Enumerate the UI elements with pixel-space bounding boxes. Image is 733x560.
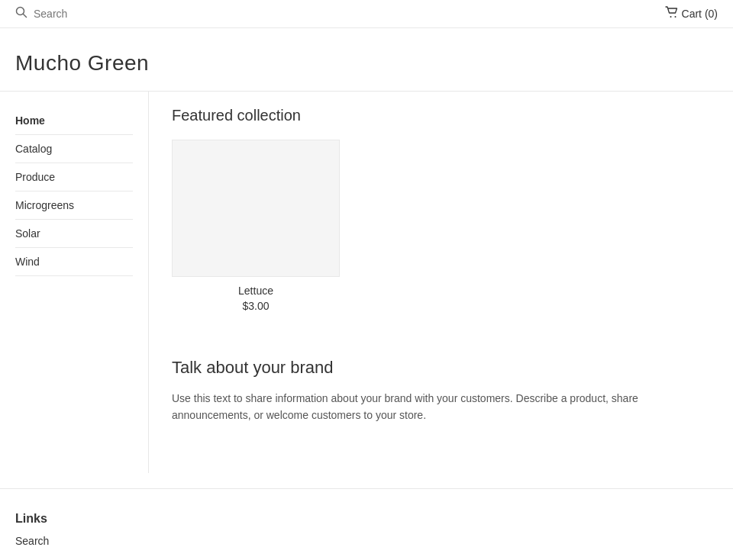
main-content: Featured collection Lettuce $3.00 Talk a… [149,92,733,473]
footer-links-list: Search [15,535,718,547]
sidebar-item-wind[interactable]: Wind [15,248,133,276]
svg-line-1 [24,14,27,18]
main-layout: Home Catalog Produce Microgreens Solar W… [0,92,733,473]
sidebar-link-solar[interactable]: Solar [15,220,133,247]
svg-point-3 [674,16,676,18]
sidebar-item-catalog[interactable]: Catalog [15,135,133,163]
nav-list: Home Catalog Produce Microgreens Solar W… [15,107,133,276]
brand-title: Mucho Green [15,51,718,76]
featured-collection-title: Featured collection [172,107,710,124]
footer-links-title: Links [15,512,718,526]
cart-icon [665,6,679,21]
product-card[interactable]: Lettuce $3.00 [172,140,340,312]
sidebar-item-solar[interactable]: Solar [15,220,133,248]
sidebar: Home Catalog Produce Microgreens Solar W… [0,92,149,473]
sidebar-link-catalog[interactable]: Catalog [15,135,133,163]
product-grid: Lettuce $3.00 [172,140,710,312]
cart-link[interactable]: Cart (0) [665,6,718,21]
search-input[interactable] [34,8,186,20]
brand-section-title: Talk about your brand [172,358,710,378]
brand-text: Use this text to share information about… [172,390,710,424]
top-bar: Cart (0) [0,0,733,28]
footer-search-link[interactable]: Search [15,535,49,547]
cart-label: Cart (0) [682,8,718,20]
footer: Links Search Copyright © 2023, Mucho Gre… [0,488,733,560]
sidebar-link-produce[interactable]: Produce [15,163,133,191]
product-price: $3.00 [172,300,340,312]
product-name: Lettuce [172,285,340,297]
sidebar-item-microgreens[interactable]: Microgreens [15,191,133,220]
footer-link-search[interactable]: Search [15,535,718,547]
sidebar-link-home[interactable]: Home [15,107,133,134]
sidebar-link-microgreens[interactable]: Microgreens [15,191,133,219]
sidebar-link-wind[interactable]: Wind [15,248,133,275]
search-icon [15,6,27,21]
brand-header: Mucho Green [0,28,733,92]
product-image [172,140,340,277]
sidebar-item-produce[interactable]: Produce [15,163,133,191]
sidebar-item-home[interactable]: Home [15,107,133,135]
search-form [15,6,186,21]
svg-point-2 [670,16,671,18]
brand-section: Talk about your brand Use this text to s… [172,343,710,424]
